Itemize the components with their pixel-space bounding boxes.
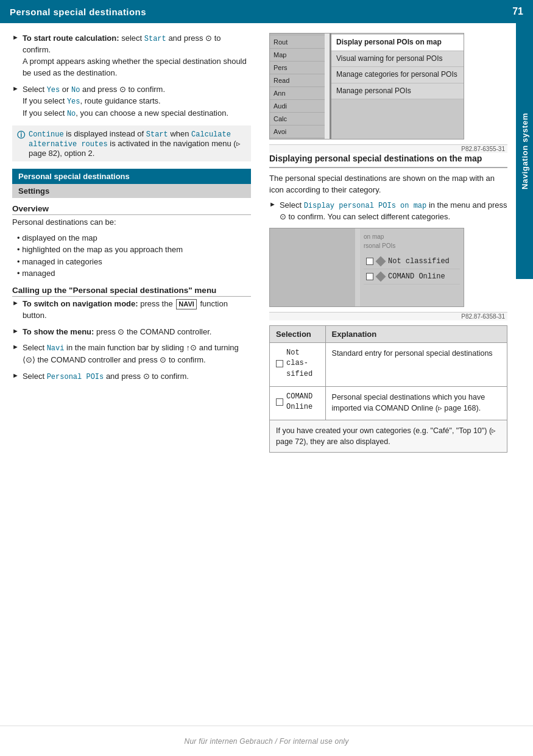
screenshot-bottom-left [270, 228, 355, 306]
bullet-switch-nav-text: To switch on navigation mode: press the … [23, 299, 251, 322]
bullet-yes-no: ► Select Yes or No and press ⊙ to confir… [12, 84, 251, 119]
bullet-select-navi-text: Select Navi in the main function bar by … [23, 342, 251, 366]
selection-table: Selection Explanation Not clas-sified St… [269, 325, 507, 420]
info-text: Continue is displayed instead of Start w… [29, 129, 246, 158]
arrow-icon-2: ► [12, 85, 19, 92]
bullet-show-menu-text: To show the menu: press ⊙ the COMAND con… [23, 327, 251, 338]
on-map-label: on map [364, 233, 460, 240]
right-column: Rout Map Pers Read Ann Audi Calc Avoi Di… [262, 23, 516, 726]
side-tab: Navigation system [516, 23, 533, 279]
start-mono-2: Start [146, 130, 168, 139]
list-item: highlighted on the map as you approach t… [17, 244, 251, 256]
section-header-settings: Settings [12, 184, 251, 198]
sidebar-item: Rout [270, 36, 325, 49]
table-cell-not-classified: Not clas-sified [270, 342, 326, 386]
footer-text: Nur für internen Gebrauch / For internal… [185, 737, 349, 746]
info-icon: ⓘ [17, 130, 25, 141]
not-classified-table-label: Not clas-sified [286, 348, 319, 380]
arrow-icon-3: ► [12, 299, 19, 306]
bullet-show-menu: ► To show the menu: press ⊙ the COMAND c… [12, 327, 251, 338]
display-pois-mono: Display personal POIs on map [304, 202, 427, 210]
table-row-not-classified: Not clas-sified Standard entry for perso… [270, 342, 507, 386]
table-header-selection: Selection [270, 325, 326, 342]
bullet-start-route: ► To start route calculation: select Sta… [12, 33, 251, 79]
screenshot-bottom: on map rsonal POIs Not classified COMAND… [269, 228, 464, 307]
overview-text: Personal destinations can be: [12, 217, 251, 228]
no-mono: No [71, 86, 80, 94]
sidebar-item: Audi [270, 100, 325, 113]
bullet-select-personal-text: Select Personal POIs and press ⊙ to conf… [23, 371, 251, 383]
list-item: displayed on the map [17, 232, 251, 244]
arrow-icon-4: ► [12, 327, 19, 334]
sidebar-item: Ann [270, 87, 325, 100]
table-checkbox-2 [276, 398, 283, 406]
sidebar-item: Calc [270, 113, 325, 125]
calling-title: Calling up the "Personal special destina… [12, 286, 251, 297]
displaying-text: The personal special destinations are sh… [269, 173, 507, 196]
section-header-personal-special: Personal special destinations [12, 169, 251, 184]
yes-mono-2: Yes [67, 97, 80, 106]
arrow-icon-5: ► [12, 343, 19, 350]
start-mono: Start [144, 35, 166, 43]
bullet-select-navi: ► Select Navi in the main function bar b… [12, 342, 251, 366]
footer: Nur für internen Gebrauch / For internal… [0, 726, 533, 756]
menu-item-display: Display personal POIs on map [331, 35, 464, 51]
continue-mono: Continue [29, 130, 64, 139]
comand-online-item: COMAND Online [364, 269, 460, 284]
sidebar-item: Map [270, 49, 325, 62]
overview-bullet-list: displayed on the map highlighted on the … [12, 232, 251, 280]
navi-mono: Navi [47, 344, 65, 353]
header-page: 71 [512, 6, 523, 17]
table-cell-comand-online: COMANDOnline [270, 386, 326, 420]
screenshot-top: Rout Map Pers Read Ann Audi Calc Avoi Di… [269, 33, 464, 140]
arrow-icon-6: ► [12, 372, 19, 379]
yes-mono: Yes [47, 86, 60, 94]
sidebar-item: Pers [270, 62, 325, 74]
table-cell-explanation-1: Standard entry for personal special dest… [325, 342, 507, 386]
bullet-switch-nav-bold: To switch on navigation mode: [23, 299, 138, 308]
menu-item-manage: Manage personal POIs [331, 83, 464, 100]
arrow-icon-7: ► [269, 200, 276, 208]
bullet-start-route-bold: To start route calculation: [23, 34, 119, 43]
personal-pois-mono: Personal POIs [47, 373, 104, 381]
sidebar-item: Read [270, 74, 325, 87]
screenshot-menu: Display personal POIs on map Visual warn… [330, 34, 464, 139]
bullet-display: ► Select Display personal POIs on map in… [269, 200, 507, 223]
left-column: ► To start route calculation: select Sta… [0, 23, 262, 726]
screenshot-top-code: P82.87-6355-31 [269, 144, 507, 153]
displaying-section-title: Displaying personal special desti­nation… [269, 153, 507, 168]
comand-online-checkbox [366, 273, 373, 280]
menu-item-manage-cat: Manage categories for personal POIs [331, 67, 464, 83]
screenshot-bottom-code: P82.87-6358-31 [269, 312, 507, 320]
not-classified-icon [376, 256, 386, 266]
table-header-explanation: Explanation [325, 325, 507, 342]
main-content: ► To start route calculation: select Sta… [0, 23, 516, 726]
screenshot-sidebar: Rout Map Pers Read Ann Audi Calc Avoi [270, 34, 325, 139]
table-cell-explanation-2: Personal special destinations which you … [325, 386, 507, 420]
comand-online-icon [376, 271, 386, 281]
menu-item-visual: Visual warning for personal POIs [331, 51, 464, 68]
bullet-display-text: Select Display personal POIs on map in t… [280, 200, 507, 223]
bullet-show-menu-bold: To show the menu: [23, 327, 94, 336]
comand-online-label: COMAND Online [388, 272, 445, 281]
screenshot-bottom-right: on map rsonal POIs Not classified COMAND… [360, 228, 464, 306]
table-note: If you have created your own categories … [269, 420, 507, 453]
header-title: Personal special destinations [0, 7, 146, 17]
overview-title: Overview [12, 204, 251, 215]
rsonal-pois-label: rsonal POIs [364, 242, 460, 249]
header-bar: Personal special destinations 71 [0, 0, 533, 23]
list-item: managed in categories [17, 256, 251, 268]
info-box: ⓘ Continue is displayed instead of Start… [12, 125, 251, 161]
comand-online-table-label: COMANDOnline [286, 392, 312, 413]
bullet-select-personal: ► Select Personal POIs and press ⊙ to co… [12, 371, 251, 383]
table-row-comand-online: COMANDOnline Personal special destinatio… [270, 386, 507, 420]
bullet-switch-nav: ► To switch on navigation mode: press th… [12, 299, 251, 322]
bullet-start-route-text: To start route calculation: select Start… [23, 33, 251, 79]
not-classified-item: Not classified [364, 254, 460, 269]
not-classified-checkbox [366, 258, 373, 265]
list-item: managed [17, 267, 251, 280]
table-checkbox-1 [276, 360, 283, 367]
bullet-yes-no-text: Select Yes or No and press ⊙ to confirm.… [23, 84, 251, 119]
navi-box: NAVI [176, 299, 196, 310]
no-mono-2: No [67, 110, 76, 118]
